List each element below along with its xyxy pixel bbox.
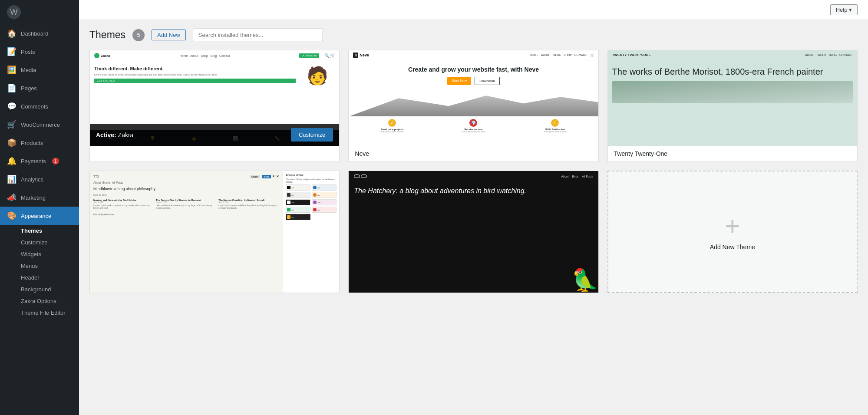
- sidebar-sub-background[interactable]: Background: [0, 283, 79, 295]
- active-theme-bar: Active: Zakra Customize: [90, 124, 339, 146]
- sidebar-item-comments[interactable]: 💬 Comments: [0, 97, 79, 115]
- sidebar-item-appearance[interactable]: 🎨 Appearance: [0, 207, 79, 225]
- theme-card-tt1[interactable]: TWENTY TWENTY-ONE ABOUTWORKBLOGCONTACT T…: [607, 50, 858, 162]
- zakra-hero-title: Think different. Make different.: [94, 66, 296, 72]
- page-title: Themes: [89, 29, 125, 41]
- sidebar-sub-widgets[interactable]: Widgets: [0, 248, 79, 260]
- sidebar-item-posts[interactable]: 📝 Posts: [0, 43, 79, 61]
- tt1-hero-title: The works of Berthe Morisot, 1800s-era F…: [612, 66, 853, 77]
- tt3-sidebar-sub: Choose a different style combination for…: [286, 178, 337, 183]
- theme-card-footer-tt1: Twenty Twenty-One: [608, 146, 857, 161]
- sidebar-item-label: Analytics: [21, 176, 43, 183]
- sidebar-item-label: Marketing: [21, 194, 46, 201]
- neve-hero-title: Create and grow your website fast, with …: [353, 66, 594, 73]
- hatchery-bird: 🦜: [571, 267, 598, 293]
- sidebar-item-products[interactable]: 📦 Products: [0, 134, 79, 152]
- neve-download-btn: Download: [475, 77, 500, 85]
- posts-icon: 📝: [7, 47, 17, 56]
- analytics-icon: 📊: [7, 175, 17, 184]
- search-input[interactable]: [193, 29, 323, 41]
- marketing-icon: 📣: [7, 193, 17, 202]
- pages-icon: 📄: [7, 83, 17, 93]
- theme-screenshot-tt1: TWENTY TWENTY-ONE ABOUTWORKBLOGCONTACT T…: [608, 50, 857, 146]
- media-icon: 🖼️: [7, 65, 17, 75]
- add-new-theme-label: Add New Theme: [710, 244, 755, 250]
- sidebar-item-label: Payments: [21, 158, 46, 165]
- sidebar-sub-themes[interactable]: Themes: [0, 225, 79, 237]
- appearance-icon: 🎨: [7, 211, 17, 221]
- payments-badge: 1: [52, 158, 59, 165]
- theme-card-tt3[interactable]: TT3 Styles Beta ≡ ✕ AboutBooksAll Posts: [89, 171, 340, 293]
- wp-logo[interactable]: W: [0, 0, 79, 24]
- sidebar-item-label: Products: [21, 140, 43, 146]
- sidebar-item-label: Posts: [21, 49, 35, 55]
- sidebar-item-marketing[interactable]: 📣 Marketing: [0, 188, 79, 207]
- payments-icon: 🔔: [7, 156, 17, 166]
- sidebar-item-media[interactable]: 🖼️ Media: [0, 61, 79, 79]
- sidebar-item-label: Media: [21, 67, 36, 73]
- theme-screenshot-neve: N Neve HOMEABOUTBLOGSHOPCONTACT🛒 Create …: [349, 50, 598, 146]
- sidebar-sub-menus[interactable]: Menus: [0, 260, 79, 272]
- theme-screenshot-tt3: TT3 Styles Beta ≡ ✕ AboutBooksAll Posts: [90, 171, 339, 293]
- active-label: Active: Zakra: [96, 132, 133, 138]
- dashboard-icon: 🏠: [7, 29, 17, 38]
- add-new-button[interactable]: Add New: [152, 30, 186, 40]
- theme-card-footer-neve: Neve: [349, 146, 598, 161]
- theme-card-hatchery[interactable]: AboutBirdsAll Posts The Hatchery: a blog…: [348, 171, 598, 293]
- sidebar-item-dashboard[interactable]: 🏠 Dashboard: [0, 24, 79, 43]
- content-area: Themes 5 Add New Zakra: [79, 20, 868, 415]
- sidebar-item-pages[interactable]: 📄 Pages: [0, 79, 79, 97]
- theme-card-neve[interactable]: N Neve HOMEABOUTBLOGSHOPCONTACT🛒 Create …: [348, 50, 598, 162]
- theme-count-badge: 5: [132, 29, 145, 41]
- sidebar: W 🏠 Dashboard 📝 Posts 🖼️ Media 📄 Pages 💬…: [0, 0, 79, 415]
- tt3-sidebar-title: Browse styles: [286, 174, 337, 176]
- customize-button[interactable]: Customize: [291, 128, 333, 142]
- sidebar-sub-theme-file-editor[interactable]: Theme File Editor: [0, 307, 79, 319]
- zakra-started-btn: GET STARTED: [94, 79, 296, 83]
- hatchery-title: The Hatchery: a blog about adventures in…: [354, 187, 593, 196]
- sidebar-item-label: Dashboard: [21, 30, 49, 37]
- sidebar-item-label: Appearance: [21, 213, 51, 219]
- neve-start-btn: Start Now: [447, 77, 471, 85]
- add-new-plus-icon: +: [725, 213, 740, 239]
- sidebar-item-label: Comments: [21, 103, 48, 110]
- help-button[interactable]: Help ▾: [830, 4, 858, 15]
- sidebar-sub-customize[interactable]: Customize: [0, 237, 79, 248]
- comments-icon: 💬: [7, 102, 17, 111]
- theme-screenshot-zakra: Zakra HomeAboutShopBlogContact DOWNLOAD …: [90, 50, 339, 146]
- sidebar-item-payments[interactable]: 🔔 Payments 1: [0, 152, 79, 170]
- add-new-theme-card[interactable]: + Add New Theme: [607, 171, 858, 293]
- topbar: Help ▾: [79, 0, 868, 20]
- themes-grid: Zakra HomeAboutShopBlogContact DOWNLOAD …: [89, 50, 858, 293]
- wp-icon: W: [7, 5, 21, 19]
- products-icon: 📦: [7, 138, 17, 148]
- main-content: Help ▾ Themes 5 Add New Zakra: [79, 0, 868, 415]
- tt3-hero-text: Mindblown: a blog about philosophy.: [93, 187, 279, 191]
- sidebar-item-woocommerce[interactable]: 🛒 WooCommerce: [0, 115, 79, 134]
- sidebar-item-label: Pages: [21, 85, 37, 92]
- page-header: Themes 5 Add New: [89, 29, 858, 41]
- sidebar-item-label: WooCommerce: [21, 122, 60, 128]
- sidebar-sub-header[interactable]: Header: [0, 272, 79, 283]
- theme-card-zakra[interactable]: Zakra HomeAboutShopBlogContact DOWNLOAD …: [89, 50, 340, 162]
- theme-screenshot-hatchery: AboutBirdsAll Posts The Hatchery: a blog…: [349, 171, 598, 293]
- sidebar-sub-zakra-options[interactable]: Zakra Options: [0, 295, 79, 307]
- woocommerce-icon: 🛒: [7, 120, 17, 129]
- sidebar-item-analytics[interactable]: 📊 Analytics: [0, 170, 79, 188]
